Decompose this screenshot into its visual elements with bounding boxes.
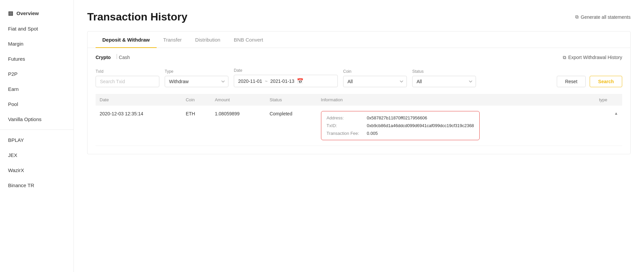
cell-sort[interactable]: ▲ <box>595 106 622 146</box>
sidebar-item-label: BPLAY <box>8 137 24 143</box>
tab-bnb-convert[interactable]: BNB Convert <box>227 32 270 48</box>
generate-statements-button[interactable]: ⧉ Generate all statements <box>575 14 631 20</box>
date-from: 2020-11-01 <box>238 78 262 84</box>
transaction-table: Date Coin Amount Status Information type… <box>96 94 622 146</box>
export-icon: ⧉ <box>563 55 566 60</box>
date-separator: ~ <box>265 78 268 84</box>
table-body: 2020-12-03 12:35:14 ETH 1.08059899 Compl… <box>96 106 622 146</box>
table-row: 2020-12-03 12:35:14 ETH 1.08059899 Compl… <box>96 106 622 146</box>
tab-distribution[interactable]: Distribution <box>189 32 227 48</box>
cell-amount: 1.08059899 <box>211 106 265 146</box>
sort-ascending-icon[interactable]: ▲ <box>614 111 618 116</box>
txid-input[interactable] <box>96 76 159 87</box>
reset-button[interactable]: Reset <box>557 76 586 87</box>
sidebar: ▤ Overview Fiat and Spot Margin Futures … <box>0 0 74 272</box>
sidebar-item-earn[interactable]: Earn <box>0 81 73 97</box>
sidebar-item-fiat-spot[interactable]: Fiat and Spot <box>0 21 73 36</box>
overview-icon: ▤ <box>8 10 13 16</box>
table-head: Date Coin Amount Status Information type <box>96 94 622 106</box>
sidebar-item-label: P2P <box>8 71 17 77</box>
sidebar-item-margin[interactable]: Margin <box>0 36 73 51</box>
coin-label: Coin <box>343 69 407 74</box>
sidebar-item-bplay[interactable]: BPLAY <box>0 132 73 148</box>
sub-nav-left: Crypto | Cash <box>96 53 134 61</box>
filters-panel: TxId Type Withdraw Deposit All Date 2020… <box>88 61 630 94</box>
txid-info-value: 0xb9cb86d1a46ddcd099d6941caf099dcc19cf31… <box>367 123 474 128</box>
sidebar-item-label: Futures <box>8 56 25 62</box>
coin-filter-group: Coin All <box>343 69 407 87</box>
sidebar-item-wazirx[interactable]: WazirX <box>0 163 73 178</box>
col-type: type <box>595 94 622 106</box>
sidebar-item-label: Overview <box>16 10 39 16</box>
col-amount: Amount <box>211 94 265 106</box>
col-status: Status <box>266 94 317 106</box>
sidebar-item-binance-tr[interactable]: Binance TR <box>0 178 73 193</box>
txid-label: TxId <box>96 69 159 74</box>
date-to: 2021-01-13 <box>270 78 294 84</box>
address-value: 0x587827b11870ff0217956606 <box>367 115 427 120</box>
coin-select[interactable]: All <box>343 76 407 87</box>
status-filter-group: Status All Completed Pending Failed <box>412 69 476 87</box>
sidebar-divider <box>0 129 73 130</box>
col-information: Information <box>317 94 595 106</box>
info-txid-row: TxID: 0xb9cb86d1a46ddcd099d6941caf099dcc… <box>327 123 474 128</box>
sidebar-item-label: Earn <box>8 86 19 92</box>
generate-statements-label: Generate all statements <box>581 14 631 20</box>
date-label: Date <box>234 68 338 73</box>
info-fee-row: Transaction Fee: 0.005 <box>327 131 474 136</box>
fee-label: Transaction Fee: <box>327 131 367 136</box>
txid-info-label: TxID: <box>327 123 367 128</box>
calendar-icon[interactable]: 📅 <box>297 78 304 84</box>
sub-nav-crypto[interactable]: Crypto <box>96 53 115 61</box>
page-title: Transaction History <box>87 11 187 23</box>
sub-nav-cash[interactable]: Cash <box>119 53 134 61</box>
cell-coin: ETH <box>182 106 211 146</box>
sidebar-item-p2p[interactable]: P2P <box>0 66 73 81</box>
page-header: Transaction History ⧉ Generate all state… <box>87 11 631 23</box>
address-label: Address: <box>327 115 367 120</box>
external-link-icon: ⧉ <box>575 14 579 20</box>
cell-information: Address: 0x587827b11870ff0217956606 TxID… <box>317 106 595 146</box>
col-coin: Coin <box>182 94 211 106</box>
sidebar-item-label: Vanilla Options <box>8 116 42 122</box>
sidebar-item-label: Fiat and Spot <box>8 26 38 32</box>
sidebar-item-vanilla-options[interactable]: Vanilla Options <box>0 112 73 127</box>
info-address-row: Address: 0x587827b11870ff0217956606 <box>327 115 474 120</box>
status-select[interactable]: All Completed Pending Failed <box>412 76 476 87</box>
export-label: Export Withdrawal History <box>568 55 622 60</box>
table-wrap: Date Coin Amount Status Information type… <box>88 94 630 154</box>
sidebar-item-label: Margin <box>8 41 23 47</box>
sidebar-item-label: WazirX <box>8 167 24 173</box>
sub-nav: Crypto | Cash ⧉ Export Withdrawal Histor… <box>88 48 630 61</box>
sidebar-item-label: Binance TR <box>8 182 34 188</box>
sidebar-item-futures[interactable]: Futures <box>0 51 73 66</box>
cell-date: 2020-12-03 12:35:14 <box>96 106 182 146</box>
sidebar-item-label: Pool <box>8 101 18 107</box>
status-label: Status <box>412 69 476 74</box>
type-filter-group: Type Withdraw Deposit All <box>165 69 228 87</box>
sidebar-item-label: JEX <box>8 152 17 158</box>
sidebar-item-pool[interactable]: Pool <box>0 97 73 112</box>
tab-deposit-withdraw[interactable]: Deposit & Withdraw <box>96 32 157 48</box>
info-box: Address: 0x587827b11870ff0217956606 TxID… <box>321 111 480 140</box>
txid-filter-group: TxId <box>96 69 159 87</box>
date-filter-group: Date 2020-11-01 ~ 2021-01-13 📅 <box>234 68 338 87</box>
sidebar-item-overview[interactable]: ▤ Overview <box>0 5 73 21</box>
tab-transfer[interactable]: Transfer <box>157 32 189 48</box>
sidebar-item-jex[interactable]: JEX <box>0 148 73 163</box>
export-withdrawal-history-button[interactable]: ⧉ Export Withdrawal History <box>563 55 622 60</box>
cell-status: Completed <box>266 106 317 146</box>
filter-actions: Reset Search <box>557 76 622 87</box>
search-button[interactable]: Search <box>590 76 622 87</box>
col-date: Date <box>96 94 182 106</box>
sub-nav-divider: | <box>116 53 117 61</box>
content-card: Deposit & Withdraw Transfer Distribution… <box>87 31 631 154</box>
tab-bar: Deposit & Withdraw Transfer Distribution… <box>88 32 630 48</box>
type-label: Type <box>165 69 228 74</box>
fee-value: 0.005 <box>367 131 378 136</box>
date-range-picker[interactable]: 2020-11-01 ~ 2021-01-13 📅 <box>234 75 338 87</box>
main-content: Transaction History ⧉ Generate all state… <box>74 0 644 272</box>
type-select[interactable]: Withdraw Deposit All <box>165 76 228 87</box>
